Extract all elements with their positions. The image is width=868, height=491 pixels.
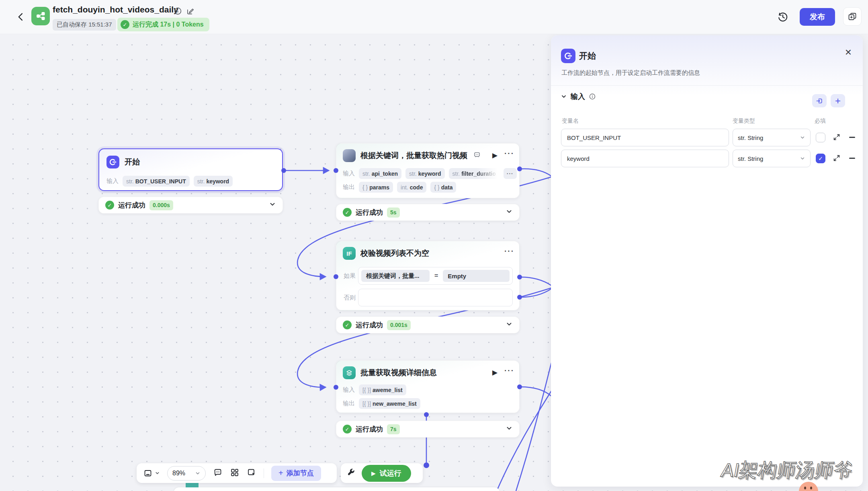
history-icon[interactable] — [777, 11, 789, 25]
required-checkbox[interactable] — [816, 133, 825, 142]
run-node-button[interactable]: ▶ — [492, 151, 497, 160]
node-menu-button[interactable]: ··· — [504, 366, 514, 375]
var-pill: str.BOT_USER_INPUT — [123, 176, 190, 187]
condition-operator[interactable]: = — [434, 272, 438, 279]
status-time: 0.000s — [149, 200, 173, 210]
var-pill: str.keyword — [405, 168, 444, 179]
node-title: 校验视频列表不为空 — [360, 248, 429, 259]
status-label: 运行成功 — [356, 208, 383, 217]
inputs-label: 输入 — [343, 170, 355, 177]
column-required: 必填 — [815, 117, 826, 125]
more-vars-pill[interactable]: ··· — [504, 168, 517, 179]
batch-status-bar[interactable]: ✓ 运行成功 7s — [336, 421, 520, 438]
var-pill: str.keyword — [194, 176, 233, 187]
status-label: 运行成功 — [356, 425, 383, 434]
toolbar-divider — [264, 468, 264, 478]
condition-right-operand[interactable]: Empty — [443, 270, 510, 282]
duplicate-window-button[interactable] — [843, 7, 862, 26]
outputs-label: 输出 — [343, 183, 355, 191]
start-status-bar[interactable]: ✓ 运行成功 0.000s — [98, 197, 283, 214]
test-run-button[interactable]: ▶ 试运行 — [362, 465, 411, 482]
back-button[interactable] — [15, 11, 27, 24]
chevron-down-icon[interactable] — [561, 93, 567, 100]
add-variable-button[interactable]: + — [831, 94, 845, 107]
start-node-icon — [561, 49, 575, 63]
chevron-down-icon[interactable] — [269, 201, 276, 210]
publish-button[interactable]: 发布 — [800, 8, 835, 26]
node-start[interactable]: 开始 输入 str.BOT_USER_INPUT str.keyword — [98, 148, 283, 191]
edit-title-icon[interactable] — [186, 7, 194, 17]
comment-icon[interactable] — [213, 468, 223, 479]
top-bar: fetch_douyin_hot_videos_daily 已自动保存 15:5… — [0, 0, 868, 34]
else-label: 否则 — [344, 294, 356, 302]
if-status-bar[interactable]: ✓ 运行成功 0.001s — [336, 316, 520, 333]
run-complete-badge[interactable]: ✓ 运行完成 17s | 0 Tokens — [117, 18, 209, 31]
debug-wrench-icon[interactable] — [346, 468, 356, 479]
variable-type-select[interactable]: str. String — [733, 129, 811, 146]
node-batch-details[interactable]: 批量获取视频详细信息 ▶ ··· 输入 [{ }]aweme_list 输出 [… — [336, 360, 520, 413]
var-pill: int.code — [397, 182, 426, 193]
chevron-down-icon[interactable] — [506, 320, 513, 329]
play-icon: ▶ — [371, 470, 376, 477]
panel-title: 开始 — [579, 50, 596, 62]
input-section-header[interactable]: 输入 — [561, 92, 596, 101]
section-label: 输入 — [571, 92, 585, 101]
expand-icon[interactable] — [832, 133, 841, 143]
chevron-down-icon[interactable] — [506, 208, 513, 217]
node-if-check[interactable]: IF 校验视频列表不为空 ··· 如果 根据关键词，批量... = Empty … — [336, 241, 520, 310]
zoom-level: 89% — [172, 470, 185, 477]
column-name: 变量名 — [562, 117, 579, 125]
status-time: 7s — [387, 424, 400, 434]
workflow-editor: 开始 输入 str.BOT_USER_INPUT str.keyword ✓ 运… — [0, 0, 868, 491]
column-type: 变量类型 — [733, 117, 755, 125]
batch-node-icon — [343, 366, 356, 379]
node-title: 开始 — [125, 157, 140, 167]
var-pill: [{ }]aweme_list — [359, 384, 406, 395]
if-label: 如果 — [344, 272, 356, 280]
auto-layout-icon[interactable] — [247, 468, 256, 479]
info-icon[interactable] — [589, 93, 596, 100]
remove-variable-button[interactable] — [849, 158, 855, 159]
inputs-label: 输入 — [106, 177, 119, 185]
chevron-down-icon[interactable] — [506, 425, 513, 433]
panel-gradient — [551, 35, 863, 96]
variable-type-select[interactable]: str. String — [733, 150, 811, 167]
node-title: 批量获取视频详细信息 — [360, 368, 437, 378]
required-checkbox[interactable]: ✓ — [816, 154, 825, 163]
success-check-icon: ✓ — [105, 201, 114, 210]
node-library-icon[interactable] — [230, 468, 240, 479]
status-label: 运行成功 — [356, 320, 383, 330]
node-fetch-videos[interactable]: 根据关键词，批量获取热门视频 ▶ ··· 输入 str.api_token st… — [336, 143, 520, 198]
node-menu-button[interactable]: ··· — [504, 247, 514, 256]
expand-icon[interactable] — [832, 154, 841, 164]
workflow-title: fetch_douyin_hot_videos_daily — [53, 5, 178, 14]
variable-name-input[interactable] — [561, 129, 729, 146]
node-title: 根据关键词，批量获取热门视频 — [360, 150, 467, 161]
else-branch-box[interactable] — [358, 289, 513, 306]
start-node-icon — [106, 156, 119, 168]
panel-description: 工作流的起始节点，用于设定启动工作流需要的信息 — [561, 69, 700, 77]
var-pill: [{ }]new_aweme_list — [359, 398, 420, 409]
add-node-button[interactable]: + 添加节点 — [271, 466, 321, 481]
minimap-toggle[interactable] — [143, 468, 160, 478]
close-icon[interactable]: × — [845, 47, 852, 58]
variable-name-input[interactable] — [561, 150, 729, 167]
status-label: 运行成功 — [118, 201, 145, 210]
fetch-status-bar[interactable]: ✓ 运行成功 5s — [336, 204, 520, 221]
success-check-icon: ✓ — [343, 320, 352, 329]
watermark: AI架构师汤师爷 — [719, 458, 855, 483]
remove-variable-button[interactable] — [849, 137, 855, 138]
info-icon[interactable] — [174, 7, 182, 17]
import-variables-button[interactable] — [812, 94, 827, 107]
plus-icon: + — [278, 468, 283, 478]
var-pill: { }data — [430, 182, 456, 193]
if-node-icon: IF — [343, 247, 356, 260]
status-time: 0.001s — [387, 320, 411, 330]
condition-left-operand[interactable]: 根据关键词，批量... — [361, 270, 430, 282]
node-menu-button[interactable]: ··· — [504, 149, 514, 158]
run-node-button[interactable]: ▶ — [492, 368, 497, 377]
partial-node-card[interactable] — [174, 487, 500, 491]
success-check-icon: ✓ — [121, 20, 129, 29]
zoom-select[interactable]: 89% — [167, 466, 206, 481]
if-condition-box[interactable]: 根据关键词，批量... = Empty — [358, 267, 513, 285]
